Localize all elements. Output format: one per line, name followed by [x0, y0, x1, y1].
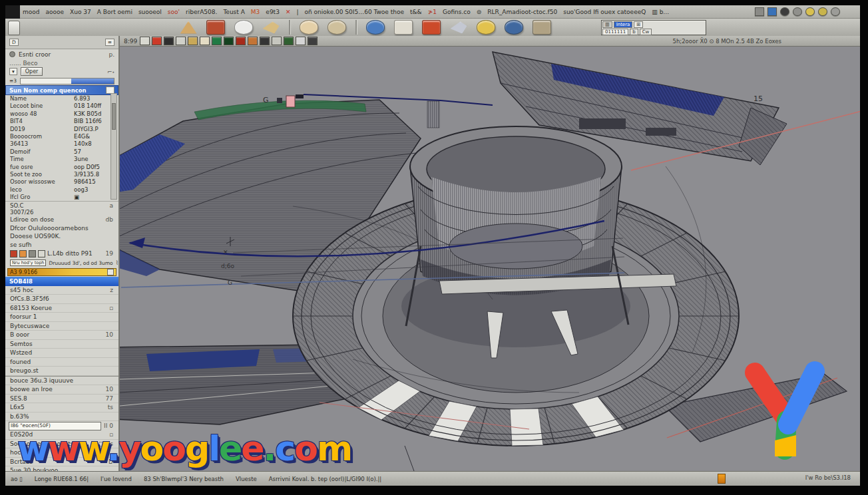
toolbar-icon[interactable]: [327, 20, 346, 35]
menu-item[interactable]: e9t3: [266, 9, 280, 15]
property-row[interactable]: Time 3une: [5, 156, 118, 163]
toolbar-icon[interactable]: [180, 21, 197, 34]
list-item[interactable]: Bytecuswace: [5, 322, 118, 331]
property-row[interactable]: Boooocrom E4G&: [5, 133, 118, 140]
menu-item[interactable]: Xuo 37: [70, 9, 91, 15]
window-control-icon[interactable]: [767, 7, 777, 16]
open-button[interactable]: Oper: [21, 67, 43, 76]
small-toolbar-icon[interactable]: [224, 37, 234, 45]
property-row[interactable]: 36413 140x8: [5, 140, 118, 148]
list-item[interactable]: breugo.st: [5, 367, 118, 376]
property-row[interactable]: BIT4 BIB 116f6: [5, 118, 118, 125]
scrollbar-thumb[interactable]: [112, 103, 116, 130]
small-toolbar-icon[interactable]: [236, 37, 246, 45]
small-toolbar-icon[interactable]: [248, 37, 258, 45]
menu-item[interactable]: ✕: [286, 9, 291, 15]
mini-field[interactable]: ▥: [602, 21, 612, 28]
menu-item[interactable]: ▥ b…: [652, 9, 669, 15]
property-row[interactable]: Lecoot bine 018 140ff: [5, 102, 118, 110]
property-row[interactable]: fue osre oop D0f5: [5, 164, 118, 171]
selected-list-row[interactable]: SOB4I8: [5, 277, 118, 286]
list-item[interactable]: founed: [5, 358, 118, 367]
menu-item[interactable]: mood: [23, 9, 40, 15]
link-row[interactable]: Dfcor Oululooooramebons: [5, 224, 118, 233]
property-row[interactable]: Demoif 57: [5, 148, 118, 156]
list-item[interactable]: foorsur 1: [5, 313, 118, 322]
list-item[interactable]: Semtos: [5, 340, 118, 349]
toolbar-icon[interactable]: [394, 20, 413, 35]
mini-field[interactable]: 0111111: [602, 29, 628, 35]
menu-item[interactable]: suo'Good Ifi ouex catoeeeQ: [563, 9, 646, 15]
panel-scrollbar[interactable]: [110, 93, 117, 200]
menu-item[interactable]: ⊜: [477, 9, 482, 15]
list-item[interactable]: b.63%: [5, 412, 118, 422]
mini-field[interactable]: Intera: [614, 21, 633, 28]
property-row[interactable]: Soot te zoo 3/9135.8: [5, 171, 118, 178]
window-control-icon[interactable]: [780, 7, 789, 16]
small-toolbar-icon[interactable]: [212, 37, 222, 45]
slider[interactable]: [20, 78, 114, 84]
small-toolbar-icon[interactable]: [152, 37, 162, 45]
list-item[interactable]: boowe an Iroe 10: [5, 385, 118, 395]
link-row[interactable]: se sufh: [5, 241, 118, 249]
property-row[interactable]: Name 6.893: [5, 95, 118, 102]
property-row[interactable]: D019 DIYGI3.P: [5, 126, 118, 133]
list-item[interactable]: B ooor 10: [5, 331, 118, 340]
menu-item[interactable]: RLR_Amadioot-ctoc.f50: [487, 9, 557, 15]
window-control-icon[interactable]: [818, 7, 827, 16]
menu-item[interactable]: soo': [168, 9, 180, 15]
window-control-icon[interactable]: [755, 7, 764, 16]
box-icon[interactable]: [29, 250, 36, 257]
mini-field[interactable]: Cw: [640, 29, 652, 35]
menu-item[interactable]: aoooe: [46, 9, 65, 15]
toolbar-icon[interactable]: [366, 20, 385, 35]
menu-item[interactable]: suooeol: [138, 9, 162, 15]
property-row[interactable]: wooso 48 K3K B05d: [5, 110, 118, 118]
mini-field[interactable]: ⊞: [634, 21, 643, 28]
link-row[interactable]: Ldiroe on dose db: [5, 216, 118, 224]
menu-item[interactable]: A Bort oemi: [97, 9, 132, 15]
menu-item[interactable]: Teust A: [223, 9, 244, 15]
small-toolbar-icon[interactable]: [284, 37, 294, 45]
flame-icon[interactable]: [10, 250, 17, 257]
toolbar-icon[interactable]: [422, 20, 441, 35]
toolbar-icon[interactable]: [289, 20, 290, 35]
small-toolbar-icon[interactable]: [200, 37, 210, 45]
property-row[interactable]: Ifcl Gro ▣: [5, 194, 118, 201]
toolbar-icon[interactable]: [505, 20, 523, 35]
menu-item[interactable]: riberA508.: [186, 9, 217, 15]
link-row[interactable]: Dooese UOS90K.: [5, 232, 118, 241]
list-item[interactable]: 68153 Koerue ▫: [5, 304, 118, 313]
property-row[interactable]: Osoor wissoswe 986415: [5, 178, 118, 186]
small-toolbar-icon[interactable]: [176, 37, 186, 45]
small-toolbar-icon[interactable]: [164, 37, 174, 45]
list-item[interactable]: SES.8 77: [5, 395, 118, 404]
toolbar-icon[interactable]: [262, 21, 280, 34]
dropdown-icon[interactable]: ▾: [9, 68, 17, 75]
list-item[interactable]: s45 hoc z: [5, 286, 118, 295]
window-control-icon[interactable]: [793, 7, 802, 16]
small-toolbar-icon[interactable]: [260, 37, 270, 45]
toolbar-icon[interactable]: [300, 20, 318, 35]
mini-field[interactable]: b: [630, 29, 638, 35]
toolbar-icon[interactable]: [234, 20, 253, 35]
toolbar-icon[interactable]: [206, 20, 225, 35]
panel-title-bar[interactable]: Sun Nom comp quencon ▫: [5, 85, 118, 95]
canister-tool-icon[interactable]: [8, 21, 20, 35]
sheet-icon[interactable]: [38, 250, 45, 257]
small-toolbar-icon[interactable]: [140, 37, 150, 45]
status-orange-icon[interactable]: [718, 474, 726, 484]
small-toolbar-icon[interactable]: [296, 37, 306, 45]
menu-item[interactable]: t&&: [410, 9, 422, 15]
property-row[interactable]: Ieco oog3: [5, 186, 118, 194]
small-toolbar-icon[interactable]: [272, 37, 282, 45]
menu-item[interactable]: Gofins.co: [443, 9, 471, 15]
panel-topbar-box[interactable]: ≡: [105, 39, 114, 46]
window-control-icon[interactable]: [805, 7, 815, 16]
window-control-icon[interactable]: [831, 7, 840, 16]
toolbar-icon[interactable]: [450, 21, 467, 34]
small-toolbar-icon[interactable]: [188, 37, 198, 45]
menu-item[interactable]: ≯1: [428, 9, 437, 15]
list-item[interactable]: OfCs.B.3F5f6: [5, 295, 118, 304]
spark-icon[interactable]: [19, 250, 27, 257]
